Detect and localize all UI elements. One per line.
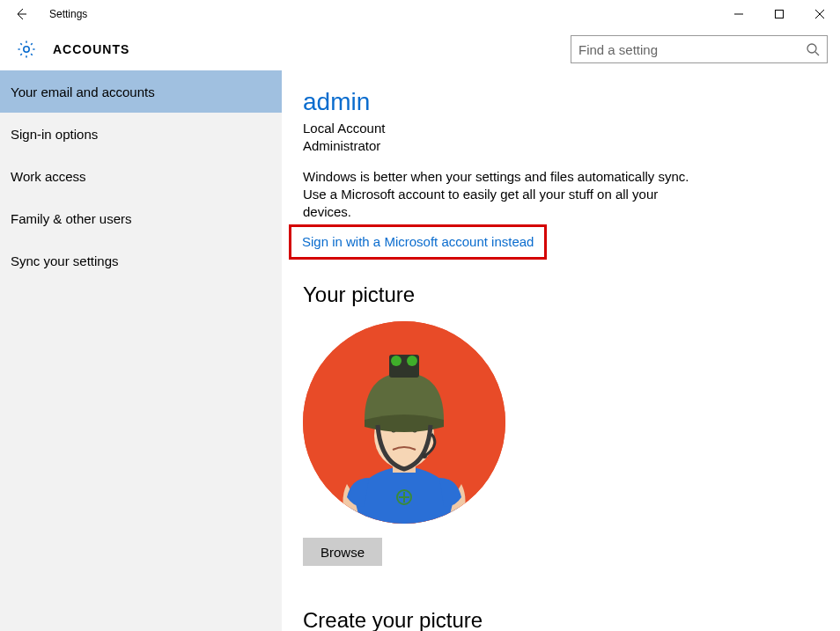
content-area: admin Local Account Administrator Window… bbox=[282, 70, 840, 631]
section-title: ACCOUNTS bbox=[53, 42, 129, 56]
sidebar-item-work-access[interactable]: Work access bbox=[0, 155, 282, 197]
signin-link-highlight: Sign in with a Microsoft account instead bbox=[289, 224, 547, 260]
titlebar: Settings bbox=[0, 0, 840, 28]
sidebar-item-email-accounts[interactable]: Your email and accounts bbox=[0, 70, 282, 113]
sidebar-item-signin-options[interactable]: Sign-in options bbox=[0, 113, 282, 155]
create-picture-heading: Create your picture bbox=[303, 608, 840, 631]
user-block: admin Local Account Administrator Window… bbox=[303, 88, 840, 260]
svg-rect-0 bbox=[776, 11, 784, 18]
search-icon bbox=[806, 42, 820, 56]
svg-point-11 bbox=[422, 453, 427, 459]
close-button[interactable] bbox=[799, 0, 840, 28]
search-input[interactable] bbox=[578, 42, 806, 57]
avatar bbox=[303, 321, 505, 524]
username: admin bbox=[303, 88, 840, 116]
maximize-button[interactable] bbox=[759, 0, 799, 28]
search-box[interactable] bbox=[571, 35, 828, 63]
account-role: Administrator bbox=[303, 137, 840, 155]
sidebar-item-label: Sync your settings bbox=[11, 253, 119, 268]
sidebar-item-label: Sign-in options bbox=[11, 127, 98, 142]
svg-point-9 bbox=[391, 356, 402, 366]
minimize-button[interactable] bbox=[718, 0, 759, 28]
minimize-icon bbox=[734, 10, 743, 18]
close-icon bbox=[815, 10, 824, 18]
window-title: Settings bbox=[49, 8, 87, 20]
settings-gear-icon bbox=[11, 39, 42, 60]
maximize-icon bbox=[775, 10, 784, 18]
sidebar-item-label: Your email and accounts bbox=[11, 84, 155, 99]
your-picture-heading: Your picture bbox=[303, 282, 840, 307]
sidebar-item-sync-settings[interactable]: Sync your settings bbox=[0, 239, 282, 282]
svg-point-1 bbox=[24, 47, 29, 52]
account-type: Local Account bbox=[303, 120, 840, 137]
sidebar-item-label: Family & other users bbox=[11, 211, 132, 226]
svg-point-2 bbox=[807, 44, 816, 53]
svg-point-10 bbox=[407, 356, 417, 366]
body: Your email and accounts Sign-in options … bbox=[0, 70, 840, 631]
sidebar: Your email and accounts Sign-in options … bbox=[0, 70, 282, 631]
header: ACCOUNTS bbox=[0, 28, 840, 70]
window-controls bbox=[718, 0, 840, 28]
back-arrow-icon bbox=[14, 7, 28, 21]
sync-description: Windows is better when your settings and… bbox=[303, 168, 690, 222]
signin-microsoft-link[interactable]: Sign in with a Microsoft account instead bbox=[302, 234, 534, 249]
sidebar-item-family-users[interactable]: Family & other users bbox=[0, 197, 282, 239]
sidebar-item-label: Work access bbox=[11, 169, 86, 184]
back-button[interactable] bbox=[0, 0, 42, 28]
browse-button[interactable]: Browse bbox=[303, 538, 382, 566]
